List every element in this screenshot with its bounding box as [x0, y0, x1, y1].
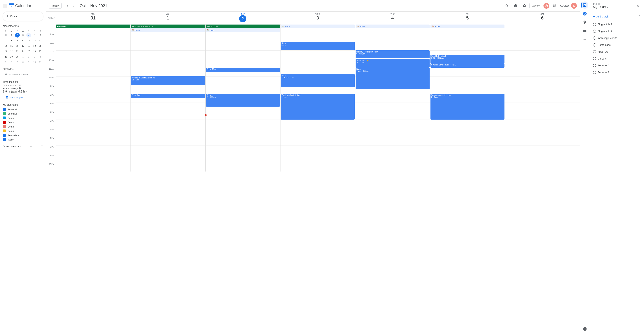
day-column[interactable] — [56, 33, 130, 172]
calendar-event[interactable]: Busy, 11am — [206, 68, 280, 72]
mini-cal-day[interactable]: 21 — [3, 49, 9, 54]
mini-cal-day[interactable]: 2 — [26, 54, 32, 59]
my-calendar-item[interactable]: Personal — [3, 107, 43, 111]
task-more-options[interactable]: ⋮ — [638, 14, 641, 19]
more-insights-btn[interactable]: More insights — [3, 95, 26, 100]
mini-cal-day[interactable]: 4 — [26, 32, 32, 38]
all-day-event[interactable]: 🏠Home — [131, 28, 205, 32]
all-day-cell[interactable] — [505, 24, 580, 33]
my-calendar-item[interactable]: Tasks — [3, 137, 43, 142]
day-column[interactable]: Holiday social post brain9 – 9:45amTeam … — [355, 33, 430, 172]
my-calendar-item[interactable]: Birthdays — [3, 111, 43, 116]
mini-cal-day[interactable]: 5 — [32, 32, 37, 38]
task-checkbox[interactable] — [593, 29, 596, 33]
calendar-checkbox[interactable] — [3, 134, 6, 137]
mini-cal-day[interactable]: 26 — [32, 49, 37, 54]
calendar-checkbox[interactable] — [3, 129, 6, 132]
mini-cal-day[interactable]: 9 — [14, 38, 20, 43]
my-calendar-item[interactable]: Demo — [3, 120, 43, 124]
mini-cal-day[interactable]: 13 — [37, 38, 43, 43]
mini-cal-day[interactable]: 7 — [3, 38, 9, 43]
settings-button[interactable] — [521, 2, 528, 9]
day-header[interactable]: THU4 — [355, 11, 430, 24]
task-item[interactable]: Services 2⋮ — [592, 69, 642, 76]
task-item[interactable]: Home page⋮ — [592, 41, 642, 48]
day-header[interactable]: FRI5 — [430, 11, 505, 24]
all-day-cell[interactable]: 🏠Home — [430, 24, 505, 33]
mini-cal-day[interactable]: 29 — [9, 54, 14, 59]
insights-collapse-btn[interactable]: ⌃ — [41, 80, 43, 83]
mini-cal-day[interactable]: 19 — [32, 43, 37, 49]
task-checkbox[interactable] — [593, 23, 596, 26]
time-grid-scroll[interactable]: 7 AM8 AM9 AM10 AM11 AM12 PM1 PM2 PM3 PM4… — [46, 33, 580, 334]
side-icon-calendar[interactable] — [581, 1, 588, 9]
help-button[interactable] — [512, 2, 519, 9]
other-calendars-collapse[interactable]: ⌃ — [41, 145, 43, 148]
day-column[interactable]: Busy, 11amBusy2 – 3:30pm — [206, 33, 280, 172]
mini-cal-day[interactable]: 1 — [20, 54, 26, 59]
mini-cal-day[interactable]: 20 — [37, 43, 43, 49]
side-icon-info[interactable] — [581, 325, 588, 333]
mini-cal-day[interactable]: 12 — [32, 38, 37, 43]
my-calendar-item[interactable]: Demo — [3, 116, 43, 120]
calendar-event[interactable]: Busy, 2pm — [131, 94, 205, 98]
mini-cal-day[interactable]: 30 — [14, 54, 20, 59]
mini-cal-day[interactable]: 11 — [26, 38, 32, 43]
task-item[interactable]: Blog article 1⋮ — [592, 21, 642, 28]
my-calendars-collapse[interactable]: ⌃ — [41, 103, 43, 106]
day-header[interactable]: SUN31 — [56, 11, 130, 24]
today-button[interactable]: Today — [49, 3, 62, 9]
side-icon-add[interactable] — [581, 36, 588, 43]
all-day-cell[interactable]: 🏠Home — [280, 24, 355, 33]
mini-cal-day[interactable]: 4 — [37, 54, 43, 59]
day-column[interactable]: Weekly Playback9:30 – 10:20amSync on Sma… — [430, 33, 505, 172]
mini-cal-day[interactable]: 3 — [32, 54, 37, 59]
all-day-cell[interactable]: Election Day🏠Home — [206, 24, 280, 33]
mini-cal-day[interactable]: 31 — [3, 32, 9, 38]
calendar-event[interactable]: Weekly marketing team m12 – 1pm — [131, 76, 205, 85]
calendar-event[interactable]: Busy8 – 9am — [281, 42, 355, 50]
calendar-event[interactable]: Busy11am – 1:30pm — [356, 68, 430, 89]
task-checkbox[interactable] — [593, 57, 596, 60]
my-calendar-item[interactable]: Demo — [3, 124, 43, 129]
task-checkbox[interactable] — [593, 36, 596, 40]
my-calendar-item[interactable]: Demo — [3, 129, 43, 133]
all-day-event[interactable]: 🏠Home — [281, 24, 355, 28]
day-header[interactable]: WED3 — [280, 11, 355, 24]
mini-cal-day[interactable]: 27 — [37, 49, 43, 54]
mini-cal-day[interactable]: 24 — [20, 49, 26, 54]
add-task-button[interactable]: + Add a task — [593, 14, 608, 19]
mini-cal-day[interactable]: 10 — [32, 59, 37, 65]
mini-cal-day[interactable]: 15 — [9, 43, 14, 49]
task-item[interactable]: Services 1⋮ — [592, 62, 642, 69]
task-checkbox[interactable] — [593, 50, 596, 53]
all-day-cell[interactable]: 🏠Home — [355, 24, 430, 33]
week-selector[interactable]: Week ▾ — [530, 3, 542, 8]
mini-cal-day[interactable]: 28 — [3, 54, 9, 59]
mini-cal-day[interactable]: 22 — [9, 49, 14, 54]
side-icon-maps[interactable] — [581, 19, 588, 26]
all-day-event[interactable]: Halloween — [56, 24, 130, 28]
tasks-title[interactable]: My Tasks ▾ — [593, 5, 608, 9]
calendar-checkbox[interactable] — [3, 138, 6, 141]
calendar-checkbox[interactable] — [3, 112, 6, 115]
calendar-event[interactable]: Work productivity time2 – 5pm — [281, 94, 355, 120]
mini-cal-day[interactable]: 8 — [20, 59, 26, 65]
search-button[interactable] — [504, 2, 510, 9]
all-day-event[interactable]: 🏠Home — [430, 24, 504, 28]
tasks-close-button[interactable]: ✕ — [635, 3, 641, 9]
mini-cal-day[interactable]: 18 — [26, 43, 32, 49]
mini-cal-day[interactable]: 6 — [37, 32, 43, 38]
mini-cal-next[interactable]: › — [39, 24, 43, 28]
mini-cal-day[interactable]: 25 — [26, 49, 32, 54]
calendar-event[interactable]: Busy11:30am – 1pm — [281, 74, 355, 87]
user-avatar[interactable]: K — [571, 3, 577, 9]
calendar-event[interactable]: Busy2 – 3:30pm — [206, 94, 280, 107]
calendar-checkbox[interactable] — [3, 116, 6, 119]
day-column[interactable]: Weekly marketing team m12 – 1pmBusy, 2pm — [130, 33, 206, 172]
task-item[interactable]: Web copy rewrite⋮ — [592, 35, 642, 41]
all-day-event[interactable]: Election Day — [206, 24, 280, 28]
day-header[interactable]: MON1 — [130, 11, 206, 24]
calendar-event[interactable]: Work productivity time2 – 5pm — [430, 94, 504, 120]
all-day-event[interactable]: 🏠Home — [206, 28, 280, 32]
